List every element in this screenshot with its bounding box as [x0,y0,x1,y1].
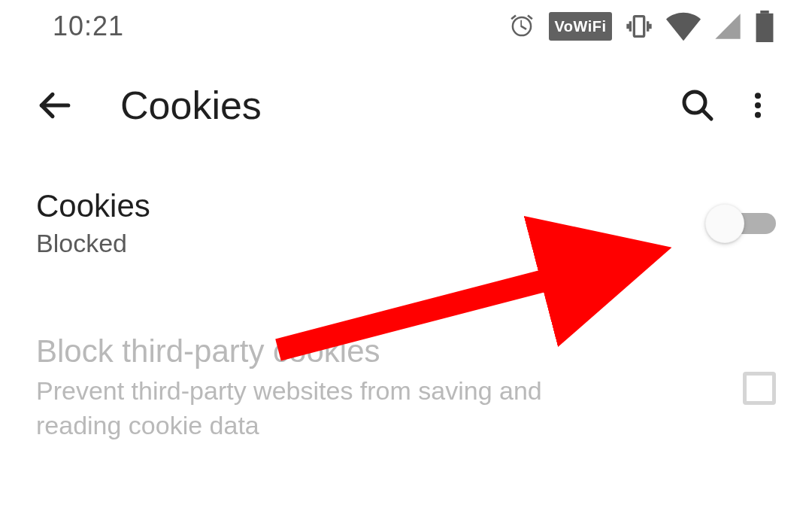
more-vert-icon [741,89,774,122]
status-icons: VoWiFi [507,11,774,42]
cookies-switch[interactable] [713,208,776,239]
arrow-back-icon [35,87,73,124]
third-party-cookies-title: Block third-party cookies [36,333,722,369]
svg-line-5 [702,110,711,119]
search-button[interactable] [668,75,728,135]
signal-icon [713,11,743,41]
third-party-cookies-checkbox [743,372,776,405]
wifi-icon [666,11,701,41]
back-button[interactable] [24,75,84,135]
svg-rect-1 [756,14,774,42]
page-title: Cookies [120,83,668,128]
overflow-menu-button[interactable] [728,75,788,135]
cookies-toggle-text: Cookies Blocked [36,188,692,258]
switch-thumb [705,204,744,243]
svg-rect-2 [760,11,768,14]
battery-icon [755,11,774,42]
vowifi-badge: VoWiFi [549,12,612,41]
third-party-cookies-subtitle: Prevent third-party websites from saving… [36,374,598,443]
third-party-cookies-row: Block third-party cookies Prevent third-… [0,318,812,458]
svg-point-7 [755,102,761,108]
alarm-icon [507,11,537,41]
third-party-cookies-text: Block third-party cookies Prevent third-… [36,333,722,443]
status-clock: 10:21 [53,11,124,42]
settings-list: Cookies Blocked Block third-party cookie… [0,151,812,458]
vibrate-icon [624,11,654,41]
search-icon [680,87,716,123]
cookies-toggle-subtitle: Blocked [36,229,692,258]
svg-rect-0 [634,17,644,37]
cookies-toggle-title: Cookies [36,188,692,224]
svg-point-6 [755,93,761,99]
svg-point-8 [755,112,761,118]
cookies-toggle-row[interactable]: Cookies Blocked [0,173,812,273]
status-bar: 10:21 VoWiFi [0,0,812,53]
toolbar: Cookies [0,60,812,151]
